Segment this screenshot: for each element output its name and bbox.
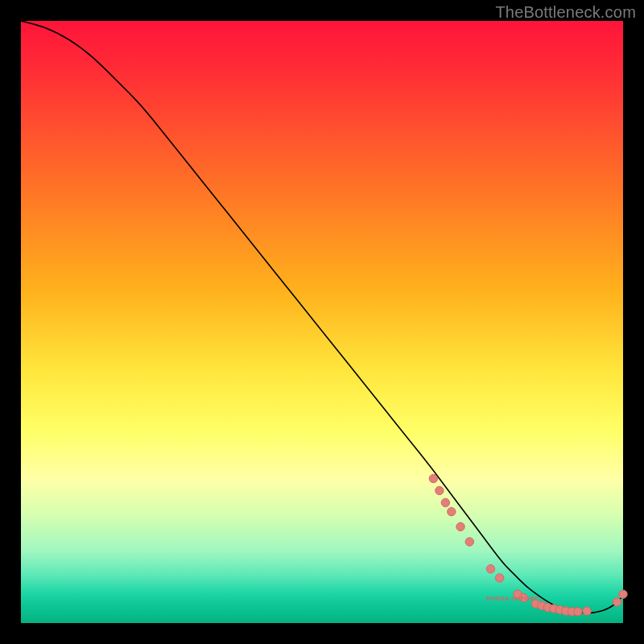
data-dot	[619, 590, 627, 598]
data-dot	[519, 593, 527, 601]
data-dot	[465, 538, 473, 546]
data-dot	[613, 598, 621, 606]
bottleneck-curve	[21, 21, 623, 613]
data-dot	[486, 564, 494, 572]
data-dot	[441, 498, 449, 506]
data-dot	[448, 507, 456, 515]
data-dots-group	[429, 474, 627, 616]
data-dot	[574, 608, 582, 616]
chart-svg	[21, 21, 623, 623]
data-dot	[429, 474, 437, 482]
data-dot	[495, 574, 503, 582]
data-dot	[436, 486, 444, 494]
data-dot	[583, 607, 591, 615]
watermark-text: TheBottleneck.com	[495, 3, 636, 22]
data-dot	[456, 522, 464, 530]
